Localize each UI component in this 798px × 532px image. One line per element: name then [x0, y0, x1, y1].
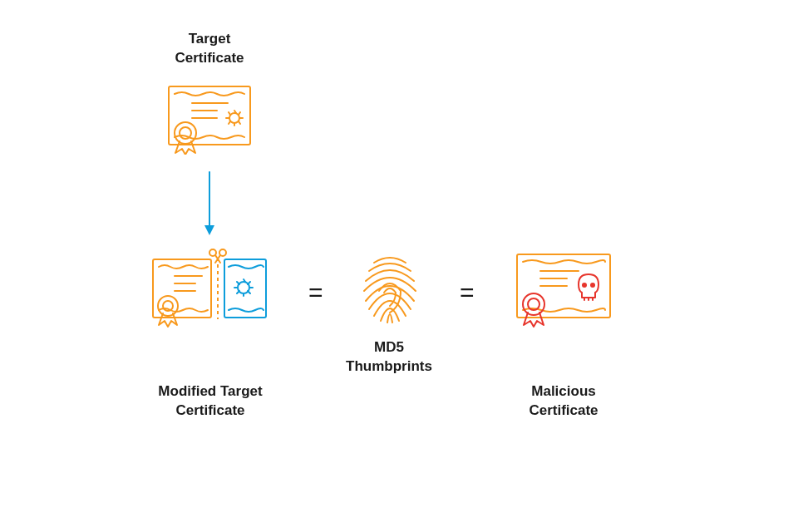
md5-thumbprints-label: MD5Thumbprints	[339, 338, 439, 377]
svg-point-24	[590, 283, 595, 288]
modified-certificate-label: Modified TargetCertificate	[140, 382, 281, 421]
target-certificate-label: TargetCertificate	[143, 30, 276, 68]
modified-certificate-icon	[150, 248, 270, 328]
certificate-icon	[165, 83, 254, 155]
malicious-certificate-icon	[514, 251, 613, 328]
svg-point-28	[523, 293, 544, 315]
fingerprint-icon	[357, 251, 422, 324]
svg-point-23	[582, 283, 587, 288]
svg-point-5	[175, 122, 196, 144]
equals-symbol-2: =	[460, 278, 475, 307]
svg-point-6	[180, 127, 191, 139]
malicious-certificate-label: MaliciousCertificate	[514, 382, 613, 421]
arrow-down-icon	[203, 170, 216, 237]
equals-symbol-1: =	[308, 278, 323, 307]
svg-point-12	[158, 296, 178, 316]
skull-icon	[579, 274, 598, 300]
